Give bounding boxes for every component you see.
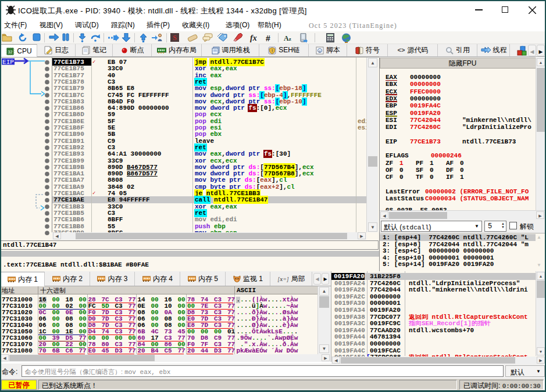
svg-text:S: S <box>173 34 177 42</box>
svg-text:32: 32 <box>8 49 13 53</box>
svg-text:!: ! <box>272 48 273 53</box>
